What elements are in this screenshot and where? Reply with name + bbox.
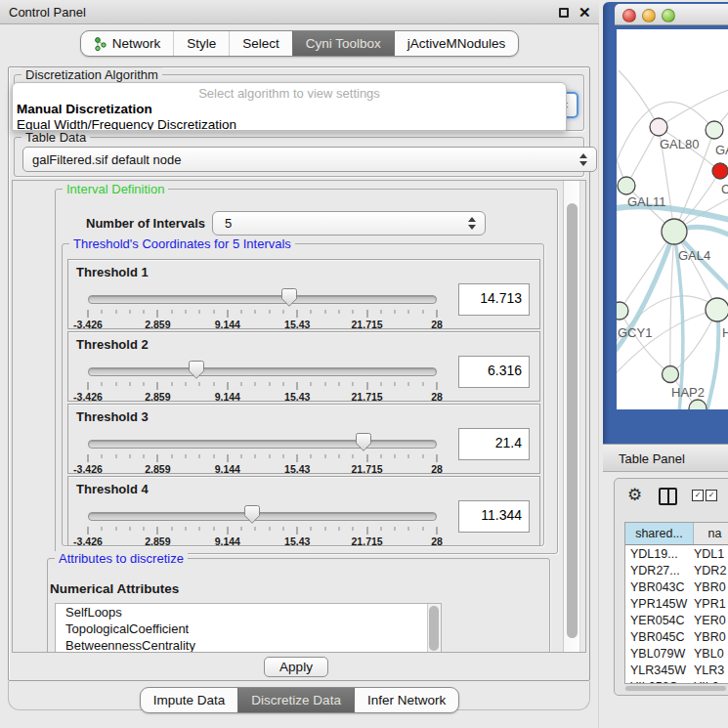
table-row[interactable]: YBL079WYBL0 (625, 645, 728, 662)
tick (129, 310, 130, 314)
tab-infer-network[interactable]: Infer Network (354, 688, 458, 712)
tick-label: 2.859 (145, 391, 170, 403)
checkbox-icon[interactable]: ✓ (692, 490, 704, 501)
horizontal-scrollbar[interactable] (624, 685, 728, 692)
slider-track[interactable] (88, 440, 437, 449)
numerical-attributes-list[interactable]: SelfLoopsTopologicalCoefficientBetweenne… (55, 603, 442, 653)
network-node[interactable] (706, 298, 728, 321)
apply-button[interactable]: Apply (264, 657, 328, 677)
attribute-item-betweennesscentrality[interactable]: BetweennessCentrality (56, 637, 441, 653)
float-window-icon[interactable] (559, 8, 569, 18)
algorithm-option-manual-discretization[interactable]: Manual Discretization (13, 101, 566, 116)
control-panel: Control Panel ✕ NetworkStyleSelectCyni T… (0, 0, 599, 728)
tick (129, 454, 130, 458)
column-header-na[interactable]: na (694, 523, 728, 544)
scrollbar-thumb[interactable] (429, 606, 439, 651)
scrollbar-thumb[interactable] (567, 203, 578, 638)
threshold-value-field[interactable]: 14.713 (458, 283, 530, 316)
threshold-value-field[interactable]: 21.4 (458, 428, 530, 460)
network-node[interactable] (650, 118, 667, 136)
scrollbar-thumb[interactable] (625, 686, 726, 691)
slider-track[interactable] (88, 295, 437, 304)
slider-tick-labels: -3.4262.8599.14415.4321.71528 (88, 391, 437, 403)
network-node[interactable] (663, 366, 679, 383)
algorithm-option-equal-width-frequency-discretization[interactable]: Equal Width/Frequency Discretization (13, 116, 566, 131)
table-cell: YLR3 (694, 664, 728, 677)
table-row[interactable]: YBR043CYBR0 (625, 578, 728, 595)
slider-thumb[interactable] (356, 433, 371, 451)
tick (129, 527, 130, 531)
tick (353, 310, 354, 314)
table-row[interactable]: YIL052CYIL0 (625, 678, 728, 684)
checkbox-icon[interactable]: ✓ (706, 490, 717, 501)
table-row[interactable]: YBR045CYBR0 (625, 628, 728, 645)
network-node[interactable] (662, 219, 687, 244)
tick (241, 454, 242, 458)
number-of-intervals-select[interactable]: 5 (212, 211, 486, 236)
bottom-tab-group: Impute DataDiscretize DataInfer Network (140, 687, 459, 713)
tab-network[interactable]: Network (81, 31, 174, 56)
tick (422, 527, 423, 531)
threshold-value-field[interactable]: 6.316 (458, 356, 530, 388)
slider-thumb[interactable] (244, 505, 260, 524)
tab-discretize-data[interactable]: Discretize Data (237, 688, 354, 712)
tick (241, 310, 242, 314)
tick (297, 382, 298, 390)
control-panel-titlebar: Control Panel (0, 0, 599, 24)
close-traffic-light-icon[interactable] (622, 9, 636, 22)
tick (269, 454, 270, 458)
slider-track[interactable] (88, 512, 437, 521)
zoom-traffic-light-icon[interactable] (662, 9, 675, 22)
table-data-select[interactable]: galFiltered.sif default node (22, 147, 597, 172)
tick (157, 527, 158, 535)
column-selector-icon[interactable] (659, 488, 677, 505)
tick (185, 454, 186, 458)
bottom-tabbar: Impute DataDiscretize DataInfer Network (0, 687, 599, 713)
network-node[interactable] (617, 302, 628, 320)
tick (380, 454, 381, 458)
attributes-list-scrollbar[interactable] (427, 604, 441, 653)
tick (227, 527, 228, 535)
tab-style[interactable]: Style (173, 31, 229, 56)
network-tab-icon (94, 37, 107, 51)
tick (102, 527, 103, 531)
column-header-shared-[interactable]: shared... (625, 523, 694, 544)
tab-jactivemnodules[interactable]: jActiveMNodules (394, 31, 519, 56)
tick (213, 527, 214, 531)
tick (144, 527, 145, 531)
algorithm-placeholder-option[interactable]: Select algorithm to view settings (13, 83, 566, 101)
node-attribute-table[interactable]: shared...na YDL19...YDL1YDR27...YDR2YBR0… (624, 522, 728, 684)
network-node[interactable] (706, 121, 723, 139)
slider-thumb[interactable] (281, 288, 297, 307)
table-row[interactable]: YPR145WYPR1 (625, 595, 728, 612)
tab-select[interactable]: Select (229, 31, 292, 56)
tick (311, 454, 312, 458)
table-row[interactable]: YDR27...YDR2 (625, 562, 728, 578)
slider-track[interactable] (88, 367, 437, 376)
tick-label: 15.43 (284, 535, 310, 547)
tab-cyni-toolbox[interactable]: Cyni Toolbox (292, 31, 394, 56)
tick (408, 527, 409, 531)
threshold-value-field[interactable]: 11.344 (458, 500, 530, 533)
table-cell: YDR27... (625, 564, 694, 578)
network-node[interactable] (712, 163, 728, 179)
attribute-item-topologicalcoefficient[interactable]: TopologicalCoefficient (56, 621, 441, 637)
slider-thumb[interactable] (189, 361, 204, 379)
minimize-traffic-light-icon[interactable] (642, 9, 656, 22)
attribute-item-selfloops[interactable]: SelfLoops (56, 604, 441, 621)
network-view-window[interactable]: GAL80GACGAL11GAL4GCY1HHAP2 (603, 2, 728, 444)
table-row[interactable]: YER054CYER0 (625, 612, 728, 628)
tab-impute-data[interactable]: Impute Data (141, 688, 238, 712)
tick (353, 454, 354, 458)
gear-icon[interactable]: ⚙ (627, 485, 642, 505)
table-row[interactable]: YLR345WYLR3 (625, 662, 728, 678)
vertical-scrollbar[interactable] (563, 181, 580, 653)
network-canvas[interactable]: GAL80GACGAL11GAL4GCY1HHAP2 (617, 29, 728, 409)
node-label: HAP2 (671, 385, 705, 400)
network-node[interactable] (618, 177, 635, 194)
tick (185, 382, 186, 386)
discretization-algorithm-label: Discretization Algorithm (21, 67, 162, 82)
table-row[interactable]: YDL19...YDL1 (625, 545, 728, 562)
close-icon[interactable]: ✕ (578, 4, 591, 21)
table-cell: YDL19... (625, 547, 694, 561)
